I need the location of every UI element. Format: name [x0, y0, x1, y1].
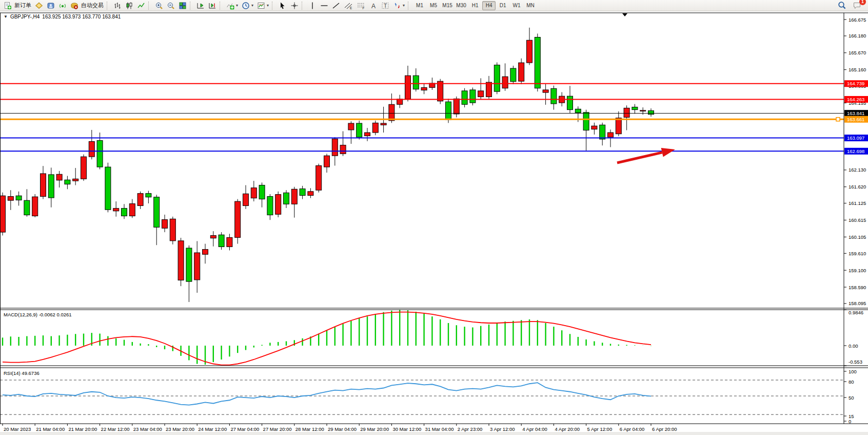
auto-scroll-icon — [196, 2, 205, 10]
candle-body — [421, 87, 427, 90]
new-order-button[interactable]: 新订单 — [2, 1, 33, 11]
collapse-triangle-icon[interactable]: ▼ — [4, 14, 8, 19]
timeframe-m30-button[interactable]: M30 — [455, 1, 468, 10]
vertical-line-button[interactable] — [307, 1, 318, 11]
equidistant-channel-button[interactable]: E — [342, 1, 354, 11]
candle-body — [600, 125, 605, 139]
search-icon — [838, 1, 846, 10]
timeframe-m1-button[interactable]: M1 — [413, 1, 426, 10]
candle-body — [502, 77, 508, 88]
candle-body — [113, 209, 119, 211]
date-tick-label: 30 Mar 12:00 — [392, 426, 421, 432]
timeframe-m15-button[interactable]: M15 — [441, 1, 454, 10]
clock-icon — [242, 2, 250, 10]
chart-shift-button[interactable] — [207, 1, 218, 11]
candle-body — [194, 253, 200, 280]
candle-body — [372, 123, 378, 133]
date-tick-label: 27 Mar 04:00 — [230, 426, 259, 432]
candle-body — [81, 157, 87, 179]
candle-body — [203, 250, 208, 255]
account-button[interactable] — [33, 1, 45, 11]
autotrading-button[interactable]: 自动交易 — [69, 1, 105, 11]
text-button[interactable]: A — [368, 1, 379, 11]
autotrading-icon — [70, 2, 78, 10]
candle-body — [122, 209, 127, 216]
timeframe-h1-button[interactable]: H1 — [468, 1, 482, 10]
chart-shift-icon — [208, 2, 216, 10]
arrow-objects-icon — [393, 2, 401, 10]
timeframe-group: M1M5M15M30H1H4D1W1MN — [413, 1, 537, 10]
candle-body — [470, 90, 476, 103]
candle-body — [48, 175, 54, 198]
indicators-icon — [226, 2, 234, 10]
bars-chart-button[interactable] — [112, 1, 123, 11]
candle-body — [381, 123, 386, 125]
trendline-button[interactable] — [330, 1, 342, 11]
auto-scroll-button[interactable] — [195, 1, 206, 11]
candle-body — [453, 99, 459, 114]
timeframe-d1-button[interactable]: D1 — [496, 1, 509, 10]
timeframe-h4-button[interactable]: H4 — [482, 1, 496, 10]
timeframe-w1-button[interactable]: W1 — [510, 1, 523, 10]
tile-windows-button[interactable] — [177, 1, 188, 11]
text-label-button[interactable]: T — [380, 1, 391, 11]
signals-button[interactable] — [57, 1, 68, 11]
candle-body — [0, 196, 6, 232]
fibonacci-button[interactable]: F — [355, 1, 367, 11]
chart-window: 166.675166.180165.670165.160164.665164.1… — [0, 11, 868, 435]
chart-canvas[interactable]: 166.675166.180165.670165.160164.665164.1… — [0, 11, 868, 435]
candle-body — [267, 196, 273, 215]
publisher-button[interactable] — [45, 1, 56, 11]
line-handle[interactable] — [836, 118, 840, 121]
candle-body — [340, 145, 346, 154]
candle-body — [89, 141, 94, 157]
horizontal-line-icon — [320, 2, 328, 10]
autotrading-label: 自动交易 — [81, 2, 104, 9]
notification-badge: 1 — [859, 0, 866, 5]
gold-diamond-icon — [35, 2, 43, 10]
line-chart-button[interactable] — [135, 1, 147, 11]
candles-chart-button[interactable] — [124, 1, 135, 11]
candle-body — [438, 81, 443, 101]
candle-body — [219, 235, 224, 247]
candle-body — [591, 126, 597, 129]
timeframe-m5-button[interactable]: M5 — [427, 1, 440, 10]
templates-button[interactable]: ▾ — [255, 1, 270, 11]
svg-text:A: A — [371, 2, 376, 9]
date-tick-label: 27 Mar 20:00 — [263, 426, 292, 432]
candle-body — [41, 174, 46, 196]
candle-body — [65, 180, 70, 184]
symbol-period-label: GBPJPY-,H4 — [10, 14, 40, 20]
crosshair-button[interactable] — [289, 1, 300, 11]
arrows-button[interactable]: ▾ — [391, 1, 406, 11]
chart-title: ▼ GBPJPY-,H4 163.925 163.973 163.770 163… — [4, 14, 121, 20]
candle-body — [73, 179, 78, 181]
date-tick-label: 23 Mar 04:00 — [133, 426, 162, 432]
date-tick-label: 29 Mar 20:00 — [360, 426, 389, 432]
indicators-button[interactable]: ▾ — [225, 1, 240, 11]
horizontal-line-button[interactable] — [319, 1, 330, 11]
candle-body — [365, 133, 370, 136]
timeframe-mn-button[interactable]: MN — [524, 1, 537, 10]
dropdown-caret-icon: ▾ — [236, 3, 238, 8]
date-tick-label: 24 Mar 12:00 — [198, 426, 227, 432]
zoom-in-button[interactable] — [153, 1, 165, 11]
toolbar-separator — [408, 2, 411, 10]
notifications-button[interactable]: 1 — [851, 1, 863, 11]
price-tick-label: 158.590 — [849, 285, 866, 290]
zoom-out-button[interactable] — [165, 1, 176, 11]
candle-body — [16, 196, 22, 200]
cursor-button[interactable] — [277, 1, 288, 11]
text-label-icon: T — [381, 2, 389, 10]
svg-text:F: F — [363, 6, 365, 10]
periods-button[interactable]: ▾ — [240, 1, 255, 11]
bars-chart-icon — [113, 2, 122, 10]
rsi-tick-label: 50 — [849, 395, 854, 401]
rsi-tick-label: 0 — [849, 419, 851, 424]
candle-body — [624, 108, 629, 117]
candle-body — [186, 248, 192, 281]
search-button[interactable] — [836, 1, 848, 11]
candle-body — [251, 188, 257, 198]
candle-body — [235, 201, 241, 237]
date-tick-label: 5 Apr 12:00 — [587, 426, 613, 432]
